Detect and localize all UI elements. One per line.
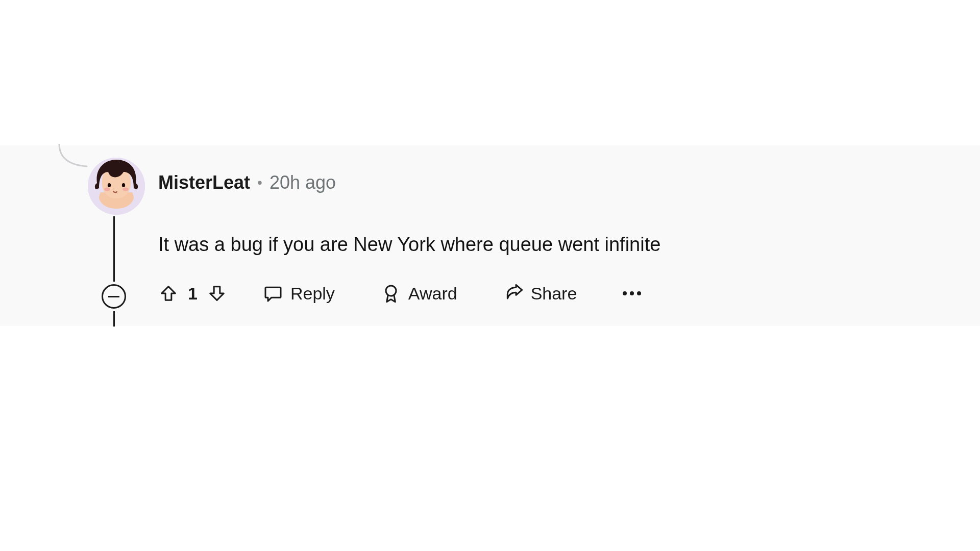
reply-label: Reply (290, 284, 335, 304)
minus-icon (108, 296, 119, 297)
share-label: Share (531, 284, 577, 304)
more-options-button[interactable] (623, 291, 641, 295)
svg-point-3 (104, 188, 110, 191)
svg-point-2 (122, 183, 125, 187)
upvote-button[interactable] (158, 283, 179, 304)
thread-line (113, 311, 115, 327)
vote-controls: 1 (158, 283, 227, 304)
vote-score: 1 (188, 284, 198, 304)
svg-point-1 (108, 183, 111, 187)
thread-connector-curve (56, 144, 92, 168)
timestamp: 20h ago (270, 173, 336, 192)
comment-icon (263, 283, 283, 304)
ellipsis-icon (623, 291, 627, 295)
thread-line (113, 216, 115, 282)
arrow-up-icon (158, 283, 179, 304)
award-icon (381, 283, 401, 304)
award-button[interactable]: Award (381, 283, 457, 304)
downvote-button[interactable] (207, 283, 227, 304)
meta-separator: • (257, 176, 262, 190)
comment-meta: MisterLeat • 20h ago (158, 173, 336, 192)
arrow-down-icon (207, 283, 227, 304)
username-link[interactable]: MisterLeat (158, 173, 250, 192)
award-label: Award (408, 284, 457, 304)
share-button[interactable]: Share (503, 283, 577, 304)
share-icon (503, 283, 524, 304)
avatar[interactable] (88, 158, 145, 215)
ellipsis-icon (637, 291, 641, 295)
svg-point-4 (122, 188, 129, 191)
collapse-thread-button[interactable] (102, 284, 126, 309)
ellipsis-icon (630, 291, 634, 295)
svg-point-5 (386, 286, 396, 296)
comment-actions: 1 Reply Award Share (158, 283, 641, 304)
comment-body: It was a bug if you are New York where q… (158, 232, 660, 257)
reply-button[interactable]: Reply (263, 283, 335, 304)
